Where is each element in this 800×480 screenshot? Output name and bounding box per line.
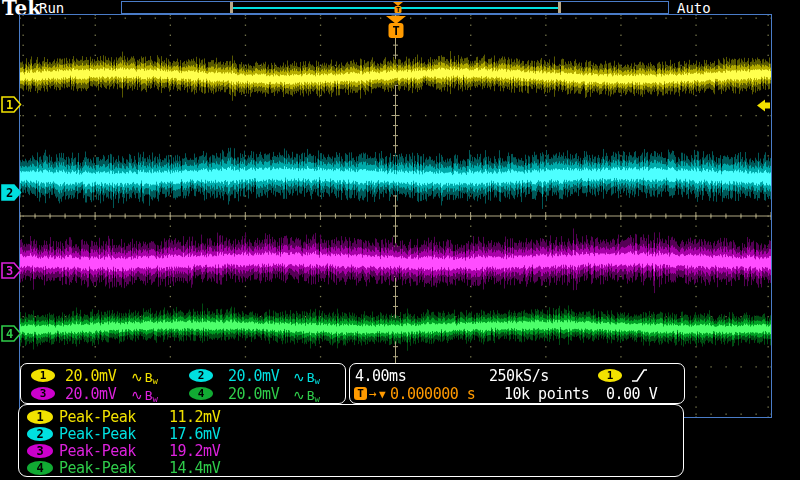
measurement-2-value: 17.6mV bbox=[169, 427, 220, 441]
horizontal-scale: 4.00ms bbox=[355, 369, 406, 383]
svg-text:3: 3 bbox=[6, 264, 13, 278]
measurement-3-value: 19.2mV bbox=[169, 444, 220, 458]
record-trigger-marker-icon[interactable]: T bbox=[392, 2, 404, 14]
channel-2-position-marker[interactable]: 2 bbox=[1, 184, 22, 201]
trigger-delay-arrow-icon: → bbox=[369, 387, 376, 401]
record-window-bracket-right[interactable] bbox=[558, 2, 561, 13]
svg-text:T: T bbox=[396, 6, 400, 14]
measurement-4-value: 14.4mV bbox=[169, 461, 220, 475]
svg-text:T: T bbox=[392, 24, 399, 38]
measurement-1-value: 11.2mV bbox=[169, 410, 220, 424]
channel-1-badge[interactable]: 1 bbox=[31, 369, 55, 382]
channel-1-scale: 20.0mV bbox=[65, 369, 116, 383]
trigger-source-badge[interactable]: 1 bbox=[598, 369, 622, 382]
trigger-delay-marker-icon: ▼ bbox=[379, 388, 385, 402]
measurement-3-badge: 3 bbox=[27, 444, 53, 458]
channel-2-scale: 20.0mV bbox=[228, 369, 279, 383]
svg-text:4: 4 bbox=[6, 327, 13, 341]
measurement-4-name: Peak-Peak bbox=[59, 461, 136, 475]
trigger-delay-value: 0.000000 s bbox=[390, 387, 475, 401]
channel-4-badge[interactable]: 4 bbox=[189, 387, 213, 400]
channel-3-badge[interactable]: 3 bbox=[31, 387, 55, 400]
record-length: 10k points bbox=[504, 387, 589, 401]
channel-2-coupling-bw-icon: ∿Bw bbox=[293, 369, 320, 386]
channel-1-position-marker[interactable]: 1 bbox=[1, 96, 22, 113]
channel-1-coupling-bw-icon: ∿Bw bbox=[131, 369, 158, 386]
channel-2-badge[interactable]: 2 bbox=[189, 369, 213, 382]
channel-3-coupling-bw-icon: ∿Bw bbox=[131, 387, 158, 404]
rising-edge-icon bbox=[630, 367, 648, 384]
channel-4-position-marker[interactable]: 4 bbox=[1, 325, 22, 342]
channel-4-scale: 20.0mV bbox=[228, 387, 279, 401]
horizontal-trigger-readout-box[interactable]: 4.00ms 250kS/s 1 T → ▼ 0.000000 s 10k po… bbox=[349, 363, 685, 404]
measurements-box[interactable]: 1 Peak-Peak 11.2mV 2 Peak-Peak 17.6mV 3 … bbox=[18, 404, 684, 477]
measurement-3-name: Peak-Peak bbox=[59, 444, 136, 458]
trigger-delay-t-icon: T bbox=[354, 387, 367, 400]
measurement-4-badge: 4 bbox=[27, 461, 53, 475]
svg-text:1: 1 bbox=[6, 98, 13, 112]
graticule-waveform-area[interactable] bbox=[19, 14, 772, 418]
trigger-position-flag-icon[interactable]: T bbox=[385, 16, 408, 42]
trigger-level-arrow-icon[interactable] bbox=[756, 99, 771, 112]
measurement-2-name: Peak-Peak bbox=[59, 427, 136, 441]
channel-4-coupling-bw-icon: ∿Bw bbox=[293, 387, 320, 404]
svg-text:2: 2 bbox=[6, 186, 13, 200]
record-view-bar[interactable]: T bbox=[121, 1, 669, 14]
trigger-level-value: 0.00 V bbox=[606, 387, 657, 401]
measurement-2-badge: 2 bbox=[27, 427, 53, 441]
measurement-1-badge: 1 bbox=[27, 410, 53, 424]
oscilloscope-screen: Tek Run Auto T T 1 2 3 4 1 20.0mV ∿Bw 2 bbox=[0, 0, 800, 480]
measurement-1-name: Peak-Peak bbox=[59, 410, 136, 424]
channel-readout-box[interactable]: 1 20.0mV ∿Bw 2 20.0mV ∿Bw 3 20.0mV ∿Bw 4… bbox=[20, 363, 346, 404]
channel-3-position-marker[interactable]: 3 bbox=[1, 262, 22, 279]
channel-3-scale: 20.0mV bbox=[65, 387, 116, 401]
sample-rate: 250kS/s bbox=[489, 369, 549, 383]
